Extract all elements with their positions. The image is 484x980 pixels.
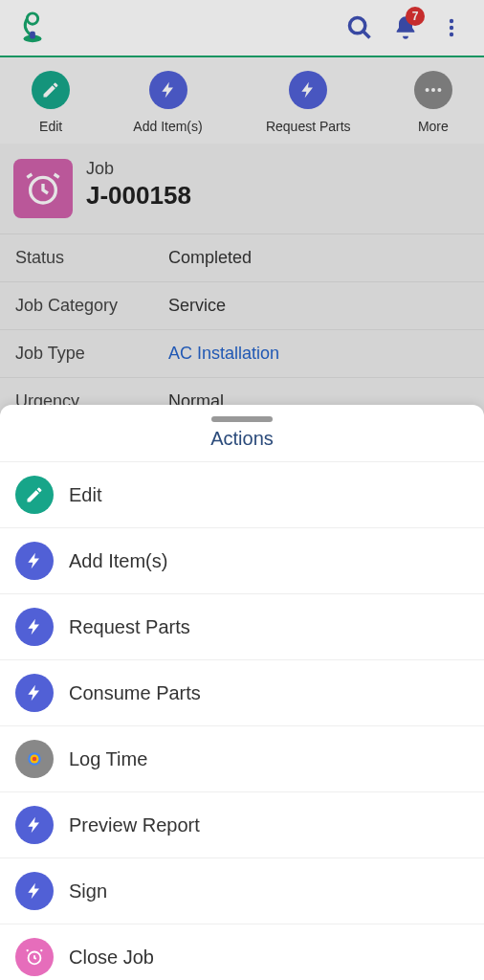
sheet-preview-report[interactable]: Preview Report xyxy=(0,792,484,858)
sheet-handle[interactable] xyxy=(211,416,273,422)
sheet-edit[interactable]: Edit xyxy=(0,462,484,528)
sheet-add-items[interactable]: Add Item(s) xyxy=(0,528,484,594)
svg-point-14 xyxy=(33,757,37,762)
alarm-icon xyxy=(15,938,54,976)
sheet-log-time[interactable]: Log Time xyxy=(0,726,484,792)
bolt-icon xyxy=(15,872,54,910)
actions-sheet: Actions Edit Add Item(s) Request Parts C… xyxy=(0,405,484,980)
sheet-sign[interactable]: Sign xyxy=(0,858,484,924)
bolt-icon xyxy=(15,608,54,646)
bolt-icon xyxy=(15,542,54,580)
sheet-consume-parts[interactable]: Consume Parts xyxy=(0,660,484,726)
sheet-title: Actions xyxy=(0,428,484,462)
bolt-icon xyxy=(15,806,54,844)
sheet-close-job[interactable]: Close Job xyxy=(0,924,484,980)
clock-icon xyxy=(15,740,54,778)
bolt-icon xyxy=(15,674,54,712)
pencil-icon xyxy=(15,476,54,514)
sheet-request-parts[interactable]: Request Parts xyxy=(0,594,484,660)
